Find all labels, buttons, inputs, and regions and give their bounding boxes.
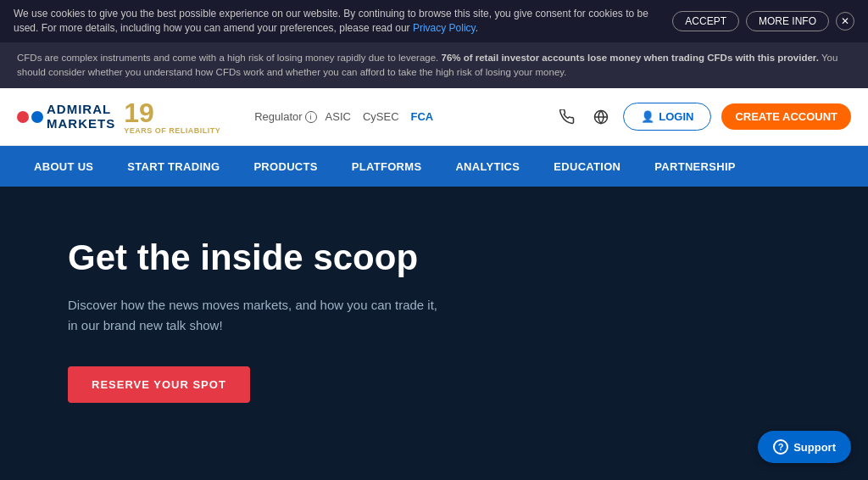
regulator-info-icon[interactable]: i bbox=[305, 111, 317, 123]
nav-partnership[interactable]: PARTNERSHIP bbox=[637, 146, 753, 187]
privacy-policy-link[interactable]: Privacy Policy bbox=[413, 22, 476, 34]
user-icon: 👤 bbox=[641, 110, 654, 123]
logo[interactable]: ADMIRAL MARKETS 19 YEARS OF RELIABILITY bbox=[17, 99, 220, 135]
nav-platforms[interactable]: PLATFORMS bbox=[335, 146, 439, 187]
nav-analytics[interactable]: ANALYTICS bbox=[438, 146, 537, 187]
phone-icon[interactable] bbox=[555, 105, 579, 129]
logo-text: ADMIRAL MARKETS bbox=[47, 103, 115, 131]
header-right: 👤 LOGIN CREATE ACCOUNT bbox=[555, 103, 851, 131]
risk-warning-bar: CFDs are complex instruments and come wi… bbox=[0, 42, 868, 89]
hero-content: Get the inside scoop Discover how the ne… bbox=[68, 237, 492, 403]
nav-education[interactable]: EDUCATION bbox=[537, 146, 637, 187]
logo-admiral: ADMIRAL bbox=[47, 103, 115, 117]
navbar: ABOUT US START TRADING PRODUCTS PLATFORM… bbox=[0, 146, 868, 187]
support-icon: ? bbox=[773, 439, 788, 455]
logo-years: 19 YEARS OF RELIABILITY bbox=[124, 99, 220, 135]
hero-section: Get the inside scoop Discover how the ne… bbox=[0, 187, 868, 480]
create-account-button[interactable]: CREATE ACCOUNT bbox=[721, 103, 851, 130]
login-button[interactable]: 👤 LOGIN bbox=[623, 103, 711, 131]
close-cookie-button[interactable]: ✕ bbox=[836, 12, 854, 31]
header: ADMIRAL MARKETS 19 YEARS OF RELIABILITY … bbox=[0, 88, 868, 146]
logo-markets: MARKETS bbox=[47, 117, 115, 131]
cookie-buttons: ACCEPT MORE INFO ✕ bbox=[672, 11, 854, 31]
hero-description: Discover how the news moves markets, and… bbox=[68, 295, 492, 336]
globe-icon[interactable] bbox=[589, 105, 613, 129]
nav-start-trading[interactable]: START TRADING bbox=[110, 146, 236, 187]
accept-button[interactable]: ACCEPT bbox=[672, 11, 739, 31]
reg-fca-link[interactable]: FCA bbox=[411, 110, 434, 123]
nav-about-us[interactable]: ABOUT US bbox=[17, 146, 110, 187]
regulator-label: Regulator i bbox=[254, 110, 316, 123]
reg-asic-link[interactable]: ASIC bbox=[326, 110, 351, 123]
cookie-banner: We use cookies to give you the best poss… bbox=[0, 0, 868, 42]
support-button[interactable]: ? Support bbox=[758, 431, 851, 463]
cookie-text: We use cookies to give you the best poss… bbox=[14, 7, 662, 36]
reg-cysec-link[interactable]: CySEC bbox=[363, 110, 399, 123]
more-info-button[interactable]: MORE INFO bbox=[746, 11, 829, 31]
reserve-spot-button[interactable]: RESERVE YOUR SPOT bbox=[68, 366, 250, 403]
nav-items: ABOUT US START TRADING PRODUCTS PLATFORM… bbox=[17, 146, 753, 187]
dot-blue bbox=[31, 111, 43, 123]
header-regulator: Regulator i ASIC CySEC FCA bbox=[220, 110, 555, 123]
logo-dots bbox=[17, 111, 43, 123]
hero-title: Get the inside scoop bbox=[68, 237, 492, 278]
nav-products[interactable]: PRODUCTS bbox=[236, 146, 334, 187]
dot-red bbox=[17, 111, 29, 123]
